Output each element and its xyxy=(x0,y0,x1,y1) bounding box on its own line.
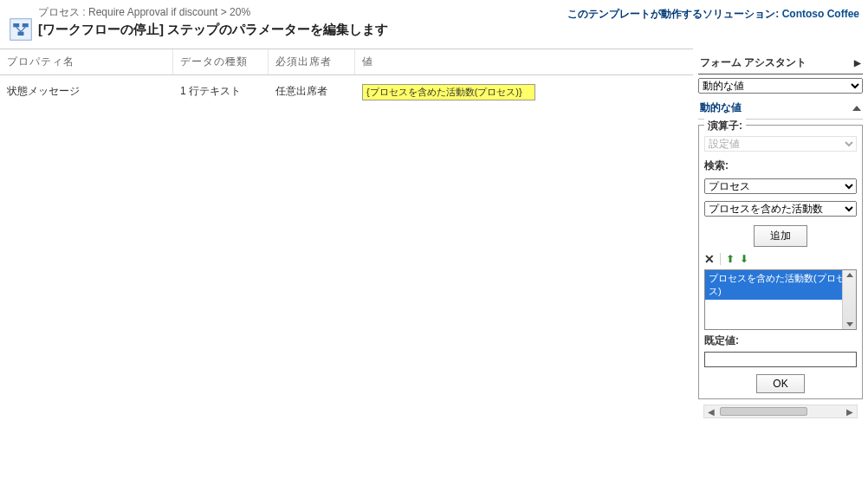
cell-attendee: 任意出席者 xyxy=(269,84,355,100)
scrollbar-vertical[interactable] xyxy=(842,270,856,329)
default-value-label: 既定値: xyxy=(704,333,857,348)
grid-header: プロパティ名 データの種類 必須出席者 値 xyxy=(0,49,693,75)
add-button[interactable]: 追加 xyxy=(754,225,807,247)
workflow-icon xyxy=(9,17,33,42)
triangle-up-icon xyxy=(852,106,861,111)
assistant-mode-select[interactable]: 動的な値 xyxy=(698,78,863,94)
svg-rect-2 xyxy=(23,23,29,27)
search-field-select[interactable]: プロセスを含めた活動数 xyxy=(704,201,857,217)
operator-group: 演算子: 設定値 検索: プロセス プロセスを含めた活動数 追加 ✕ ⬆ ⬇ プ xyxy=(698,125,863,399)
scrollbar-horizontal[interactable]: ◀ ▶ xyxy=(703,405,858,418)
svg-rect-3 xyxy=(18,32,24,36)
svg-rect-0 xyxy=(10,19,32,41)
col-type[interactable]: データの種類 xyxy=(173,49,269,74)
search-label: 検索: xyxy=(704,159,857,173)
svg-rect-1 xyxy=(13,23,19,27)
form-assistant-title: フォーム アシスタント ▶ xyxy=(698,52,863,74)
solution-label: このテンプレートが動作するソリューション: Contoso Coffee xyxy=(567,7,859,22)
col-property[interactable]: プロパティ名 xyxy=(0,49,173,74)
arrow-up-icon[interactable]: ⬆ xyxy=(726,253,735,265)
dynamic-value-section[interactable]: 動的な値 xyxy=(698,97,863,120)
table-row[interactable]: 状態メッセージ 1 行テキスト 任意出席者 {プロセスを含めた活動数(プロセス)… xyxy=(0,75,693,109)
col-attendee[interactable]: 必須出席者 xyxy=(269,49,355,74)
ok-button[interactable]: OK xyxy=(756,374,804,393)
process-breadcrumb: プロセス : Require Approval if discount > 20… xyxy=(38,5,388,20)
default-value-input[interactable] xyxy=(704,352,857,367)
cell-property: 状態メッセージ xyxy=(0,84,173,100)
dynamic-values-list[interactable]: プロセスを含めた活動数(プロセス) xyxy=(704,269,857,330)
search-entity-select[interactable]: プロセス xyxy=(704,178,857,194)
close-icon[interactable]: ✕ xyxy=(704,252,715,266)
arrow-down-icon[interactable]: ⬇ xyxy=(740,253,748,265)
list-item[interactable]: プロセスを含めた活動数(プロセス) xyxy=(705,270,856,300)
cell-type: 1 行テキスト xyxy=(173,84,269,100)
chevron-right-icon[interactable]: ▶ xyxy=(854,58,861,68)
operator-select: 設定値 xyxy=(704,136,857,152)
col-value[interactable]: 値 xyxy=(355,49,693,74)
divider xyxy=(720,253,721,265)
form-assistant-pane: フォーム アシスタント ▶ 動的な値 動的な値 演算子: 設定値 検索: プロセ… xyxy=(693,49,868,424)
status-message-value[interactable]: {プロセスを含めた活動数(プロセス)} xyxy=(362,84,535,100)
page-title: [ワークフローの停止] ステップのパラメーターを編集します xyxy=(38,22,388,38)
scroll-right-icon[interactable]: ▶ xyxy=(843,407,857,417)
scroll-left-icon[interactable]: ◀ xyxy=(704,407,718,417)
